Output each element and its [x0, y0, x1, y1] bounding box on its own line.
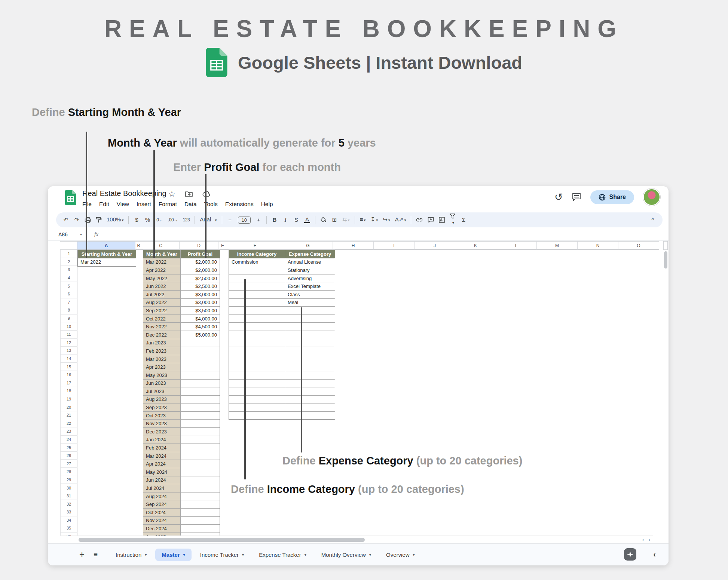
column-header-O[interactable]: O: [618, 241, 659, 250]
cell-income-category[interactable]: [229, 371, 285, 380]
row-header-25[interactable]: 25: [60, 444, 77, 452]
cell-income-category[interactable]: [229, 307, 285, 315]
row-header-2[interactable]: 2: [60, 258, 77, 266]
cell-income-category[interactable]: Commission: [229, 258, 285, 267]
column-header-C[interactable]: C: [142, 241, 180, 250]
cell-expense-category[interactable]: [285, 363, 335, 371]
cell-month[interactable]: Oct 2022: [143, 315, 181, 323]
vertical-scrollbar-thumb[interactable]: [664, 251, 667, 268]
row-header-32[interactable]: 32: [60, 500, 77, 508]
cell-month[interactable]: Aug 2023: [143, 396, 181, 404]
cell-month[interactable]: Sep 2023: [143, 403, 181, 412]
menu-format[interactable]: Format: [155, 200, 181, 209]
row-header-27[interactable]: 27: [60, 460, 77, 468]
cell-month[interactable]: Jan 2023: [143, 339, 181, 347]
all-sheets-icon[interactable]: ≡: [94, 550, 98, 559]
decrease-decimals-icon[interactable]: .0←: [155, 217, 163, 223]
select-all-corner[interactable]: [60, 241, 77, 250]
zoom-select[interactable]: 100%▾: [107, 216, 123, 224]
menu-data[interactable]: Data: [181, 200, 201, 209]
row-header-26[interactable]: 26: [60, 452, 77, 460]
sheets-file-icon[interactable]: [65, 190, 76, 205]
row-header-21[interactable]: 21: [60, 411, 77, 420]
cell-expense-category[interactable]: [285, 323, 335, 331]
row-header-34[interactable]: 34: [60, 516, 77, 525]
column-header-B[interactable]: B: [135, 241, 142, 250]
cell-profit-goal[interactable]: [181, 396, 220, 404]
comments-icon[interactable]: [572, 193, 581, 201]
cell-income-category[interactable]: [229, 315, 285, 323]
cell-income-category[interactable]: [229, 339, 285, 347]
cell-starting-month[interactable]: Mar 2022: [78, 258, 136, 267]
avatar[interactable]: [643, 188, 660, 206]
cell-profit-goal[interactable]: $5,000.00: [181, 331, 220, 339]
row-header-30[interactable]: 30: [60, 484, 77, 492]
cell-profit-goal[interactable]: $2,000.00: [181, 258, 220, 267]
row-header-17[interactable]: 17: [60, 379, 77, 387]
cell-profit-goal[interactable]: [181, 460, 220, 468]
cell-expense-category[interactable]: [285, 355, 335, 363]
cell-income-category[interactable]: [229, 274, 285, 283]
cell-month[interactable]: Dec 2024: [143, 525, 181, 533]
cell-profit-goal[interactable]: [181, 420, 220, 428]
tab-menu-caret-icon[interactable]: ▾: [369, 553, 371, 557]
explore-button[interactable]: [624, 548, 636, 561]
cell-profit-goal[interactable]: [181, 500, 220, 509]
strikethrough-icon[interactable]: S: [293, 217, 299, 223]
insert-comment-icon[interactable]: [428, 217, 434, 223]
cell-month[interactable]: Jun 2024: [143, 476, 181, 485]
row-header-6[interactable]: 6: [60, 290, 77, 298]
name-box[interactable]: A86: [58, 231, 80, 237]
cell-income-category[interactable]: [229, 299, 285, 307]
cell-income-category[interactable]: [229, 387, 285, 396]
menu-extensions[interactable]: Extensions: [221, 200, 257, 209]
cell-month[interactable]: Nov 2022: [143, 323, 181, 331]
row-header-20[interactable]: 20: [60, 403, 77, 411]
cell-income-category[interactable]: [229, 323, 285, 331]
filter-icon[interactable]: ▾: [450, 214, 456, 226]
sheet-tab-expense-tracker[interactable]: Expense Tracker▾: [253, 549, 313, 561]
cell-profit-goal[interactable]: [181, 428, 220, 436]
row-header-29[interactable]: 29: [60, 476, 77, 484]
percent-format-icon[interactable]: %: [144, 217, 150, 223]
tab-menu-caret-icon[interactable]: ▾: [242, 553, 244, 557]
row-header-19[interactable]: 19: [60, 395, 77, 403]
column-header-N[interactable]: N: [578, 241, 618, 250]
menu-edit[interactable]: Edit: [95, 200, 113, 209]
row-header-31[interactable]: 31: [60, 492, 77, 500]
cell-profit-goal[interactable]: [181, 436, 220, 444]
row-header-36[interactable]: 36: [60, 533, 77, 535]
cell-month[interactable]: Apr 2023: [143, 363, 181, 371]
move-folder-icon[interactable]: [185, 191, 193, 197]
cell-profit-goal[interactable]: [181, 371, 220, 380]
bold-icon[interactable]: B: [272, 217, 278, 223]
cell-month[interactable]: Aug 2022: [143, 299, 181, 307]
cell-expense-category[interactable]: Advertising: [285, 274, 335, 283]
cell-expense-category[interactable]: [285, 339, 335, 347]
row-header-22[interactable]: 22: [60, 419, 77, 427]
tabbar-collapse-icon[interactable]: ‹: [653, 550, 656, 559]
insert-chart-icon[interactable]: [439, 217, 445, 223]
column-header-J[interactable]: J: [415, 241, 455, 250]
row-header-1[interactable]: 1: [60, 250, 77, 258]
text-wrap-icon[interactable]: ↪▾: [383, 216, 390, 224]
scroll-left-icon[interactable]: ‹: [642, 537, 644, 543]
header-profit-goal[interactable]: Profit Goal: [181, 250, 220, 258]
italic-icon[interactable]: I: [282, 217, 288, 223]
cell-month[interactable]: Jun 2023: [143, 380, 181, 388]
cell-income-category[interactable]: [229, 355, 285, 363]
name-box-caret-icon[interactable]: ▾: [80, 232, 82, 236]
cell-income-category[interactable]: [229, 347, 285, 355]
horizontal-scrollbar-thumb[interactable]: [79, 538, 365, 542]
cell-month[interactable]: Oct 2024: [143, 509, 181, 517]
sheet-tab-income-tracker[interactable]: Income Tracker▾: [194, 549, 250, 561]
cell-profit-goal[interactable]: [181, 452, 220, 460]
column-header-K[interactable]: K: [455, 241, 496, 250]
cell-profit-goal[interactable]: [181, 363, 220, 371]
formula-fx-icon[interactable]: fx: [94, 231, 98, 237]
cell-month[interactable]: Oct 2023: [143, 412, 181, 420]
cell-expense-category[interactable]: [285, 331, 335, 339]
cell-profit-goal[interactable]: $2,500.00: [181, 282, 220, 291]
cell-expense-category[interactable]: Annual License: [285, 258, 335, 267]
cell-month[interactable]: May 2022: [143, 274, 181, 283]
